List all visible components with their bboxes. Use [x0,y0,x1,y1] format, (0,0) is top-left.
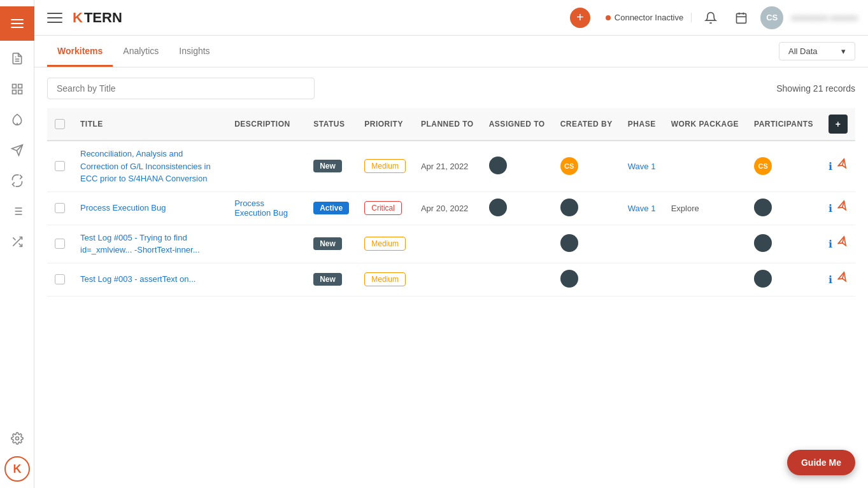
fire-icon[interactable] [4,107,30,132]
toolbar: Showing 21 records [47,78,855,99]
calendar-icon[interactable] [730,6,753,29]
svg-rect-6 [18,85,22,88]
row-status: New [306,263,357,296]
row-priority: Critical [357,192,413,225]
share-icon[interactable] [837,237,848,250]
share-icon[interactable] [837,160,848,172]
add-button[interactable]: + [570,8,590,28]
notifications-icon[interactable] [699,6,722,29]
settings-icon[interactable] [4,426,30,451]
user-name: ●●●●●●●● ●●●●●● [791,13,858,22]
header-work-package: WORK PACKAGE [664,108,746,141]
info-icon[interactable]: ℹ [829,202,832,214]
topnav: KTERN + Connector Inactive CS ●●●●●●●● ●… [34,0,868,36]
document-icon[interactable] [4,46,30,71]
all-data-dropdown[interactable]: All Data ▾ [779,42,855,60]
send-nav-icon[interactable] [4,137,30,163]
table-header-row: TITLE DESCRIPTION STATUS PRIORITY PLANNE… [47,108,855,141]
participant-avatar [754,270,772,288]
header-checkbox-col [47,108,73,141]
row-description [227,263,306,296]
guide-me-button[interactable]: Guide Me [787,450,855,475]
row-title: Reconciliation, Analysis and Correction … [73,141,227,192]
row-actions: ℹ [821,263,855,296]
row-planned-to: Apr 20, 2022 [413,192,481,225]
row-participants [746,263,821,296]
row-select-checkbox[interactable] [55,203,65,213]
hamburger-menu[interactable] [45,8,65,28]
row-phase: Wave 1 [620,192,664,225]
grid-icon[interactable] [4,76,30,102]
sidebar-top-button[interactable] [0,6,34,41]
share-icon[interactable] [837,202,848,214]
table-row: Reconciliation, Analysis and Correction … [47,141,855,192]
row-planned-to [413,263,481,296]
tab-insights[interactable]: Insights [169,37,220,67]
row-description [227,141,306,192]
row-phase [620,225,664,263]
svg-rect-7 [12,90,16,94]
row-select-checkbox[interactable] [55,161,65,171]
header-assigned-to: ASSIGNED TO [481,108,553,141]
svg-marker-26 [837,159,848,171]
user-avatar[interactable]: CS [760,6,783,29]
row-checkbox [47,141,73,192]
list-icon[interactable] [4,199,30,224]
row-priority: Medium [357,141,413,192]
svg-rect-21 [737,13,746,23]
table-row: Process Execution Bug Process Execution … [47,192,855,225]
select-all-checkbox[interactable] [55,119,65,129]
share-icon[interactable] [837,273,848,286]
created-by-avatar [560,199,578,216]
info-icon[interactable]: ℹ [829,160,832,172]
row-select-checkbox[interactable] [55,239,65,249]
ktern-k-logo[interactable]: K [4,456,30,482]
table-area: Showing 21 records TITLE DESCRIPTION STA… [34,67,868,488]
row-created-by [553,225,620,263]
app-logo: KTERN [73,10,122,26]
row-created-by: CS [553,141,620,192]
connector-dot [606,15,611,20]
connector-status: Connector Inactive [598,13,692,22]
header-title: TITLE [73,108,227,141]
refresh-icon[interactable] [4,168,30,193]
info-icon[interactable]: ℹ [829,238,832,250]
row-participants: CS [746,141,821,192]
row-participants [746,225,821,263]
add-column-button[interactable]: + [829,115,848,134]
row-planned-to [413,225,481,263]
chevron-down-icon: ▾ [841,46,846,56]
row-assigned-to [481,263,553,296]
search-input[interactable] [47,78,315,99]
row-phase [620,263,664,296]
svg-rect-5 [12,85,16,88]
row-created-by [553,192,620,225]
row-checkbox [47,192,73,225]
row-select-checkbox[interactable] [55,274,65,284]
row-assigned-to [481,192,553,225]
row-checkbox [47,225,73,263]
row-phase: Wave 1 [620,141,664,192]
row-description [227,225,306,263]
created-by-avatar [560,234,578,252]
row-participants [746,192,821,225]
svg-rect-1 [11,23,24,24]
row-work-package: Explore [664,192,746,225]
tab-analytics[interactable]: Analytics [113,37,169,67]
shuffle-icon[interactable] [4,229,30,254]
search-box [47,78,315,99]
row-work-package [664,225,746,263]
row-actions: ℹ [821,192,855,225]
row-checkbox [47,263,73,296]
tab-workitems[interactable]: Workitems [47,37,113,67]
info-icon[interactable]: ℹ [829,274,832,286]
header-description: DESCRIPTION [227,108,306,141]
row-status: New [306,225,357,263]
header-planned-to: PLANNED TO [413,108,481,141]
svg-point-20 [16,437,19,440]
row-assigned-to [481,141,553,192]
svg-line-19 [13,237,15,240]
created-by-avatar: CS [560,157,578,175]
row-title: Test Log #005 - Trying to find id=_xmlvi… [73,225,227,263]
participant-avatar: CS [754,157,772,175]
